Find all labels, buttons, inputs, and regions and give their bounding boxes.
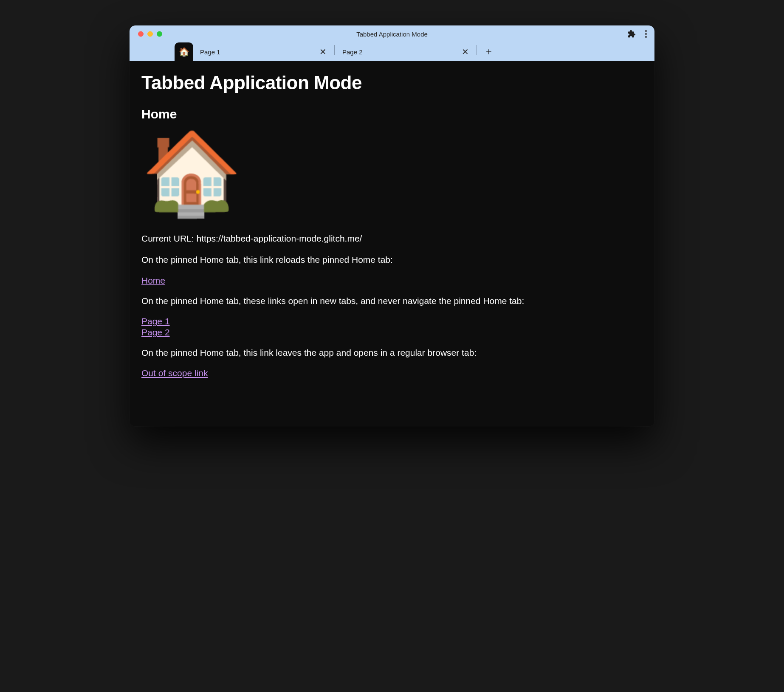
titlebar: Tabbed Application Mode: [130, 25, 654, 42]
link-home[interactable]: Home: [141, 276, 165, 286]
tab-label: Page 2: [342, 48, 363, 56]
tab-label: Page 1: [200, 48, 220, 56]
current-url-text: Current URL: https://tabbed-application-…: [141, 233, 643, 245]
minimize-window-button[interactable]: [147, 31, 153, 37]
link-out-of-scope[interactable]: Out of scope link: [141, 368, 208, 378]
page-subtitle: Home: [141, 107, 643, 121]
reload-description: On the pinned Home tab, this link reload…: [141, 254, 643, 266]
link-page-2[interactable]: Page 2: [141, 327, 643, 338]
page-content: Tabbed Application Mode Home 🏠 Current U…: [130, 61, 654, 426]
close-tab-icon[interactable]: ✕: [317, 46, 329, 58]
outofscope-description: On the pinned Home tab, this link leaves…: [141, 347, 643, 359]
close-window-button[interactable]: [138, 31, 144, 37]
tab-separator: [334, 45, 335, 55]
maximize-window-button[interactable]: [157, 31, 162, 37]
plus-icon: +: [486, 47, 492, 57]
newtabs-description: On the pinned Home tab, these links open…: [141, 295, 643, 307]
tab-page-1[interactable]: Page 1 ✕: [193, 42, 333, 61]
tab-separator: [477, 45, 477, 55]
house-icon: 🏠: [141, 132, 643, 213]
window-controls: [138, 31, 162, 37]
link-page-1[interactable]: Page 1: [141, 316, 643, 326]
window-title: Tabbed Application Mode: [356, 31, 428, 38]
tab-pinned-home[interactable]: 🏠: [175, 42, 193, 61]
new-tab-button[interactable]: +: [481, 44, 496, 59]
extensions-icon[interactable]: [627, 30, 636, 38]
app-menu-button[interactable]: [643, 28, 649, 39]
tab-strip: 🏠 Page 1 ✕ Page 2 ✕ +: [130, 42, 654, 61]
home-tab-icon: 🏠: [179, 48, 189, 56]
tab-page-2[interactable]: Page 2 ✕: [336, 42, 476, 61]
close-tab-icon[interactable]: ✕: [459, 46, 471, 58]
page-title: Tabbed Application Mode: [141, 72, 643, 93]
app-window: Tabbed Application Mode 🏠 Page 1 ✕: [130, 25, 654, 426]
